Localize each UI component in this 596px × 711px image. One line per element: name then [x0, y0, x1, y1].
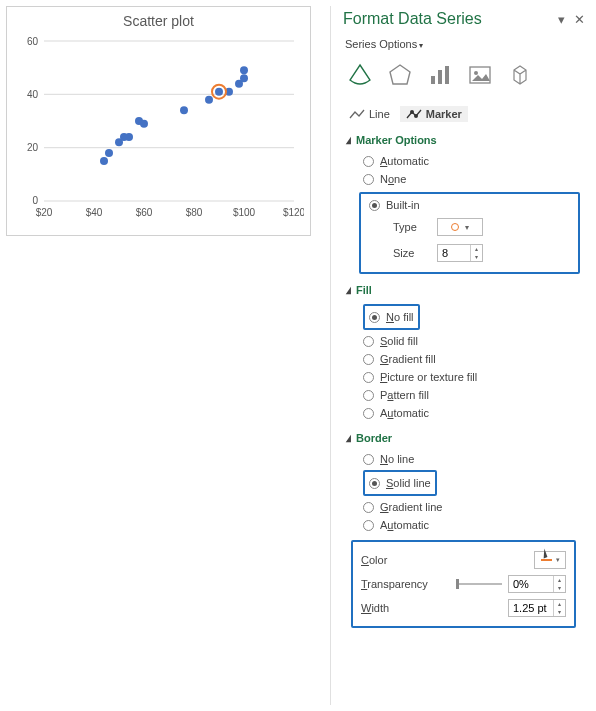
fill-no-fill-radio[interactable]: No fill: [369, 308, 414, 326]
close-icon[interactable]: ✕: [570, 12, 588, 27]
svg-text:$120: $120: [282, 207, 303, 218]
border-no-line-radio[interactable]: No line: [363, 450, 588, 468]
format-pane: Format Data Series ▾ ✕ Series Options▾ L…: [330, 6, 588, 705]
marker-automatic-radio[interactable]: Automatic: [363, 152, 588, 170]
width-input[interactable]: ▴▾: [508, 599, 566, 617]
series-options-menu[interactable]: Series Options▾: [345, 38, 588, 50]
svg-point-36: [414, 114, 418, 118]
svg-marker-29: [390, 65, 410, 84]
border-color-dropdown[interactable]: ▾: [534, 551, 566, 569]
svg-point-21: [180, 106, 188, 114]
marker-none-radio[interactable]: None: [363, 170, 588, 188]
svg-text:$40: $40: [85, 207, 102, 218]
svg-text:0: 0: [32, 195, 38, 206]
fill-pattern-radio[interactable]: Pattern fill: [363, 386, 588, 404]
3d-icon[interactable]: [507, 62, 533, 92]
svg-point-14: [100, 157, 108, 165]
color-label: Color: [361, 554, 534, 566]
chart-container[interactable]: Scatter plot 0 20 40 60 $20 $40 $60 $80 …: [6, 6, 311, 236]
svg-point-35: [410, 110, 414, 114]
fill-solid-radio[interactable]: Solid fill: [363, 332, 588, 350]
svg-text:$60: $60: [135, 207, 152, 218]
svg-point-25: [240, 74, 248, 82]
marker-type-dropdown[interactable]: ▾: [437, 218, 483, 236]
border-header[interactable]: ◢Border: [343, 424, 588, 448]
svg-text:$80: $80: [185, 207, 202, 218]
chart-title: Scatter plot: [7, 7, 310, 31]
marker-builtin-radio[interactable]: Built-in: [365, 196, 574, 214]
tab-marker[interactable]: Marker: [400, 106, 468, 122]
width-label: Width: [361, 602, 508, 614]
svg-rect-30: [431, 76, 435, 84]
tab-line[interactable]: Line: [343, 106, 396, 122]
type-label: Type: [393, 221, 437, 233]
border-gradient-line-radio[interactable]: Gradient line: [363, 498, 588, 516]
svg-text:60: 60: [26, 36, 38, 47]
spin-up-icon[interactable]: ▴: [471, 245, 482, 253]
marker-size-input[interactable]: ▴▾: [437, 244, 483, 262]
svg-point-18: [125, 133, 133, 141]
fill-automatic-radio[interactable]: Automatic: [363, 404, 588, 422]
spin-down-icon[interactable]: ▾: [471, 253, 482, 261]
svg-text:$20: $20: [35, 207, 52, 218]
svg-point-27: [215, 88, 223, 96]
fill-header[interactable]: ◢Fill: [343, 276, 588, 300]
border-automatic-radio[interactable]: Automatic: [363, 516, 588, 534]
svg-point-34: [474, 71, 478, 75]
transparency-slider[interactable]: [456, 583, 502, 585]
border-solid-line-radio[interactable]: Solid line: [369, 474, 431, 492]
transparency-input[interactable]: ▴▾: [508, 575, 566, 593]
svg-point-22: [205, 96, 213, 104]
svg-text:20: 20: [26, 142, 38, 153]
svg-rect-32: [445, 66, 449, 84]
chart-plot[interactable]: 0 20 40 60 $20 $40 $60 $80 $100 $120: [14, 31, 304, 226]
fill-gradient-radio[interactable]: Gradient fill: [363, 350, 588, 368]
size-label: Size: [393, 247, 437, 259]
pane-title: Format Data Series: [343, 10, 552, 28]
picture-icon[interactable]: [467, 62, 493, 92]
transparency-label: Transparency: [361, 578, 456, 590]
effects-icon[interactable]: [387, 62, 413, 92]
svg-text:$100: $100: [232, 207, 255, 218]
pane-dropdown-icon[interactable]: ▾: [552, 12, 570, 27]
svg-rect-31: [438, 70, 442, 84]
svg-point-15: [105, 149, 113, 157]
fill-picture-radio[interactable]: Picture or texture fill: [363, 368, 588, 386]
svg-point-20: [140, 120, 148, 128]
marker-options-header[interactable]: ◢Marker Options: [343, 126, 588, 150]
svg-point-26: [240, 66, 248, 74]
fill-line-icon[interactable]: [347, 62, 373, 92]
series-options-icon[interactable]: [427, 62, 453, 92]
svg-text:40: 40: [26, 89, 38, 100]
